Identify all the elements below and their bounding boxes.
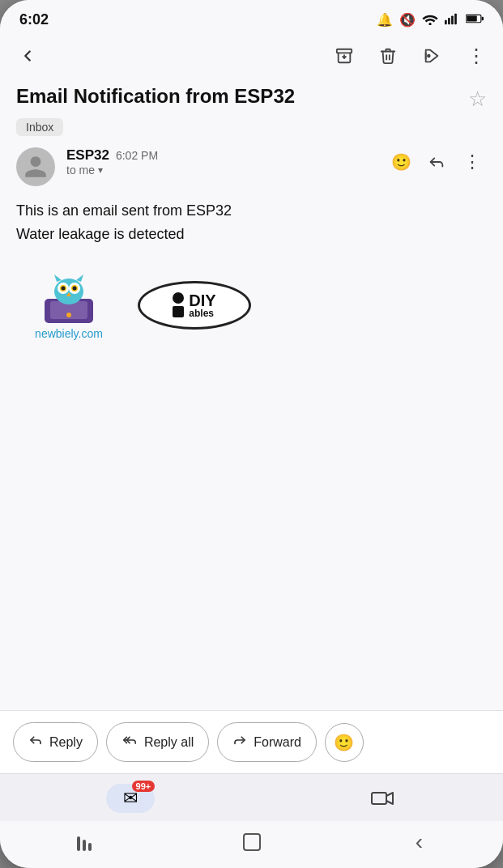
label-button[interactable]	[417, 41, 446, 70]
sender-info: ESP32 6:02 PM to me ▾	[66, 147, 158, 177]
email-title: Email Notification from ESP32	[16, 85, 460, 108]
mail-badge: 99+	[132, 781, 156, 792]
svg-rect-1	[445, 19, 447, 23]
svg-rect-7	[482, 16, 484, 20]
more-sender-button[interactable]: ⋮	[458, 147, 487, 177]
reply-label: Reply	[49, 735, 83, 750]
svg-point-0	[428, 23, 431, 25]
star-button[interactable]: ☆	[468, 87, 487, 112]
avatar	[16, 147, 55, 186]
phone-frame: 6:02 🔔 🔇	[0, 0, 503, 868]
delete-button[interactable]	[373, 41, 403, 70]
forward-button[interactable]: Forward	[217, 722, 317, 762]
svg-rect-3	[451, 15, 454, 24]
sender-name: ESP32	[66, 147, 109, 164]
forward-icon	[232, 733, 247, 751]
svg-rect-4	[454, 13, 457, 24]
alarm-icon: 🔔	[377, 12, 393, 28]
video-nav-button[interactable]	[368, 784, 397, 813]
back-system-icon: ‹	[416, 829, 423, 855]
recents-button[interactable]	[64, 829, 104, 855]
chevron-down-icon: ▾	[98, 164, 103, 176]
home-icon	[243, 833, 261, 851]
newbiely-text: newbiely.com	[35, 327, 103, 340]
svg-point-14	[66, 313, 71, 317]
status-icons: 🔔 🔇	[377, 12, 484, 28]
svg-point-10	[428, 55, 430, 57]
email-logos: newbiely.com DIY ables	[16, 270, 487, 340]
back-system-button[interactable]: ‹	[399, 829, 440, 855]
status-bar: 6:02 🔔 🔇	[0, 0, 503, 35]
body-line1: This is an email sent from ESP32	[16, 199, 487, 223]
inbox-badge[interactable]: Inbox	[16, 118, 63, 136]
reply-bar: Reply Reply all Forward 🙂	[0, 710, 503, 773]
reply-btn-icon	[28, 733, 43, 751]
archive-button[interactable]	[330, 41, 359, 70]
more-button[interactable]: ⋮	[461, 41, 490, 70]
sender-left: ESP32 6:02 PM to me ▾	[16, 147, 158, 186]
svg-marker-23	[54, 274, 62, 282]
svg-rect-2	[448, 18, 450, 24]
reply-all-button[interactable]: Reply all	[106, 722, 209, 762]
reply-all-icon	[121, 733, 138, 751]
sender-row: ESP32 6:02 PM to me ▾ 🙂 ⋮	[16, 147, 487, 186]
svg-point-20	[62, 286, 66, 290]
reply-icon-button[interactable]	[422, 147, 451, 177]
email-body: This is an email sent from ESP32 Water l…	[16, 199, 487, 246]
forward-label: Forward	[254, 735, 301, 750]
mute-icon: 🔇	[399, 12, 416, 28]
battery-icon	[466, 13, 484, 28]
diyables-inner: DIY ables	[173, 292, 215, 318]
sender-to-button[interactable]: to me ▾	[66, 164, 158, 177]
status-time: 6:02	[19, 11, 49, 28]
signal-icon	[445, 12, 459, 28]
sender-actions: 🙂 ⋮	[386, 147, 487, 177]
svg-point-21	[73, 286, 77, 290]
diy-text: DIY	[189, 292, 215, 308]
home-button[interactable]	[232, 829, 272, 855]
svg-rect-6	[467, 15, 477, 21]
emoji-bottom-button[interactable]: 🙂	[325, 723, 364, 762]
sender-name-row: ESP32 6:02 PM	[66, 147, 158, 164]
toolbar-left	[13, 41, 42, 70]
ables-text: ables	[189, 308, 214, 318]
newbiely-logo[interactable]: newbiely.com	[32, 270, 105, 340]
back-button[interactable]	[13, 41, 42, 70]
email-content: Email Notification from ESP32 ☆ Inbox ES…	[0, 77, 503, 710]
svg-rect-25	[372, 793, 386, 804]
mail-nav-button[interactable]: ✉ 99+	[106, 781, 155, 816]
toolbar: ⋮	[0, 35, 503, 77]
sender-time: 6:02 PM	[116, 149, 158, 162]
emoji-reaction-button[interactable]: 🙂	[386, 147, 416, 177]
reply-all-label: Reply all	[144, 735, 194, 750]
svg-marker-24	[76, 274, 83, 282]
wifi-icon	[422, 12, 438, 28]
email-title-row: Email Notification from ESP32 ☆	[16, 85, 487, 112]
svg-rect-8	[337, 49, 352, 53]
reply-button[interactable]: Reply	[13, 722, 98, 762]
body-line2: Water leakage is detected	[16, 223, 487, 246]
system-nav: ‹	[0, 821, 503, 868]
sender-to-label: to me	[66, 164, 95, 177]
diyables-logo[interactable]: DIY ables	[138, 281, 251, 330]
toolbar-right: ⋮	[330, 41, 490, 70]
bottom-nav: ✉ 99+	[0, 773, 503, 821]
